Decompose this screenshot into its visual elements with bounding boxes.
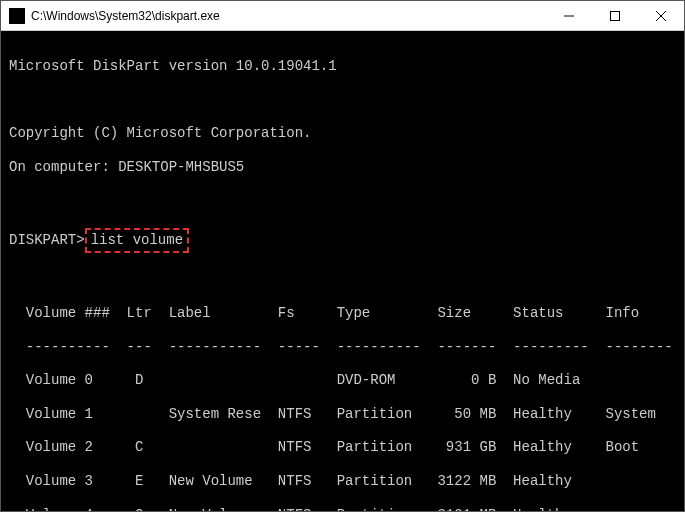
table-row: Volume 2 C NTFS Partition 931 GB Healthy…: [9, 439, 676, 456]
titlebar[interactable]: C:\Windows\System32\diskpart.exe: [1, 1, 684, 31]
console-output[interactable]: Microsoft DiskPart version 10.0.19041.1 …: [1, 31, 684, 511]
maximize-button[interactable]: [592, 1, 638, 30]
maximize-icon: [610, 11, 620, 21]
prompt-line-1: DISKPART> list volume: [9, 226, 676, 255]
close-icon: [656, 11, 666, 21]
table-row: Volume 4 G New Volume NTFS Partition 312…: [9, 507, 676, 511]
table-header: Volume ### Ltr Label Fs Type Size Status…: [9, 305, 676, 322]
command-list-volume: list volume: [85, 228, 189, 253]
minimize-button[interactable]: [546, 1, 592, 30]
table-divider: ---------- --- ----------- ----- -------…: [9, 339, 676, 356]
table-row: Volume 1 System Rese NTFS Partition 50 M…: [9, 406, 676, 423]
computer-line: On computer: DESKTOP-MHSBUS5: [9, 159, 676, 176]
svg-rect-1: [611, 11, 620, 20]
copyright-line: Copyright (C) Microsoft Corporation.: [9, 125, 676, 142]
table-row: Volume 0 D DVD-ROM 0 B No Media: [9, 372, 676, 389]
version-line: Microsoft DiskPart version 10.0.19041.1: [9, 58, 676, 75]
minimize-icon: [564, 11, 574, 21]
close-button[interactable]: [638, 1, 684, 30]
app-window: C:\Windows\System32\diskpart.exe Microso…: [0, 0, 685, 512]
prompt-text: DISKPART>: [9, 232, 85, 249]
app-icon: [9, 8, 25, 24]
table-row: Volume 3 E New Volume NTFS Partition 312…: [9, 473, 676, 490]
titlebar-buttons: [546, 1, 684, 30]
window-title: C:\Windows\System32\diskpart.exe: [31, 9, 546, 23]
